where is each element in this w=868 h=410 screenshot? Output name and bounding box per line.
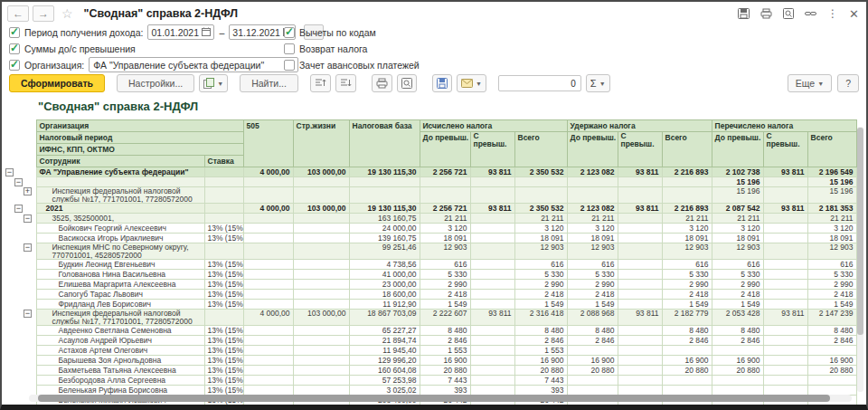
row-rate[interactable]: 13% (15%) xyxy=(204,356,243,366)
row-label[interactable]: Бахметьева Татьяна Алексеевна xyxy=(36,366,204,376)
value-cell[interactable]: 12 903 xyxy=(662,243,712,260)
table-row[interactable]: Будкин Леонид Евгеньевич13% (15%)4 738,5… xyxy=(4,260,856,270)
collapse-row-icon[interactable]: − xyxy=(24,243,32,252)
collapse-groups-button[interactable] xyxy=(310,74,331,92)
row-label[interactable]: Фридланд Лев Борисович xyxy=(36,300,204,310)
value-cell[interactable]: 4 000,00 xyxy=(243,204,293,214)
send-email-button[interactable]: ▼ xyxy=(457,74,486,92)
value-cell[interactable] xyxy=(618,366,662,376)
print-preview-button[interactable] xyxy=(397,74,417,92)
table-row[interactable]: Елишева Маргарита Алексеевна13% (15%)23 … xyxy=(4,280,856,290)
value-cell[interactable] xyxy=(470,270,514,280)
value-cell[interactable]: 5 330 xyxy=(807,270,856,280)
value-cell[interactable] xyxy=(618,234,662,243)
value-cell[interactable]: 15 196 xyxy=(712,177,763,187)
collapse-row-icon[interactable]: − xyxy=(24,215,32,223)
table-row[interactable]: −15 19615 196 xyxy=(4,177,856,187)
sums-checkbox[interactable] xyxy=(9,43,20,54)
value-cell[interactable]: 2 123 082 xyxy=(567,204,618,214)
value-cell[interactable]: 616 xyxy=(514,260,567,270)
value-cell[interactable] xyxy=(763,300,807,310)
value-cell[interactable]: 12 903 xyxy=(712,243,763,260)
horizontal-scrollbar[interactable] xyxy=(29,395,852,402)
expand-row-icon[interactable]: + xyxy=(24,187,32,195)
value-cell[interactable] xyxy=(243,224,293,234)
value-cell[interactable]: 21 211 xyxy=(712,214,763,224)
row-rate[interactable]: 13% (15%) xyxy=(204,260,243,270)
value-cell[interactable]: 24 000,00 xyxy=(349,224,420,234)
value-cell[interactable] xyxy=(293,336,349,346)
value-cell[interactable]: 2 350 532 xyxy=(514,167,567,177)
advance-checkbox[interactable] xyxy=(284,60,295,71)
value-cell[interactable] xyxy=(470,346,514,356)
value-cell[interactable]: 20 880 xyxy=(567,366,618,376)
table-row[interactable]: −ФА "Управление субъекта федерации"4 000… xyxy=(4,167,856,177)
value-cell[interactable]: 616 xyxy=(712,260,763,270)
value-cell[interactable]: 163 160,75 xyxy=(349,214,420,224)
save-button[interactable] xyxy=(432,74,452,92)
value-cell[interactable] xyxy=(470,214,514,224)
table-row[interactable]: −3525, 352500001,163 160,7521 21121 2112… xyxy=(4,214,856,224)
value-cell[interactable]: 3 120 xyxy=(567,224,618,234)
value-cell[interactable]: 2 222 607 xyxy=(420,310,470,326)
preview-icon[interactable] xyxy=(783,8,794,19)
value-cell[interactable]: 20 880 xyxy=(514,366,567,376)
table-row[interactable]: Сапогуб Тарас Львович13% (15%)18 600,002… xyxy=(4,290,856,300)
value-cell[interactable]: 21 211 xyxy=(514,214,567,224)
value-cell[interactable]: 3 120 xyxy=(712,224,763,234)
value-cell[interactable] xyxy=(470,177,514,187)
value-cell[interactable] xyxy=(470,336,514,346)
value-cell[interactable]: 2 846 xyxy=(567,336,618,346)
link-icon[interactable] xyxy=(805,8,816,19)
value-cell[interactable]: 2 846 xyxy=(514,336,567,346)
value-cell[interactable]: 2 846 xyxy=(420,336,470,346)
value-cell[interactable] xyxy=(763,346,807,356)
value-cell[interactable] xyxy=(470,376,514,386)
value-cell[interactable]: 18 600,00 xyxy=(349,290,420,300)
value-cell[interactable] xyxy=(712,376,763,386)
value-cell[interactable] xyxy=(567,386,618,396)
value-cell[interactable] xyxy=(293,300,349,310)
value-cell[interactable]: 129 996,20 xyxy=(349,356,420,366)
value-cell[interactable]: 2 216 893 xyxy=(662,167,712,177)
value-cell[interactable] xyxy=(293,386,349,396)
value-cell[interactable] xyxy=(618,346,662,356)
collapse-row-icon[interactable]: − xyxy=(14,178,23,186)
value-cell[interactable]: 1 549 xyxy=(567,300,618,310)
generate-button[interactable]: Сформировать xyxy=(9,74,105,92)
value-cell[interactable]: 15 196 xyxy=(807,177,856,187)
back-button[interactable]: ← xyxy=(7,5,29,22)
value-cell[interactable]: 93 811 xyxy=(470,204,514,214)
calendar-icon[interactable] xyxy=(202,27,211,38)
value-cell[interactable] xyxy=(567,177,618,187)
value-cell[interactable]: 2 182 779 xyxy=(662,310,712,326)
value-cell[interactable] xyxy=(618,270,662,280)
value-cell[interactable] xyxy=(763,234,807,243)
value-cell[interactable]: 16 900 xyxy=(662,356,712,366)
value-cell[interactable]: 12 903 xyxy=(514,243,567,260)
value-cell[interactable]: 20 880 xyxy=(712,366,763,376)
value-cell[interactable]: 19 130 115,30 xyxy=(349,167,420,177)
row-rate[interactable] xyxy=(204,167,243,177)
value-cell[interactable] xyxy=(293,260,349,270)
value-cell[interactable]: 93 811 xyxy=(618,310,662,326)
row-rate[interactable]: 13% (15%) xyxy=(204,386,243,396)
value-cell[interactable] xyxy=(243,326,293,336)
table-row[interactable]: −Инспекция МНС по Северному округу, 7707… xyxy=(4,243,856,260)
value-cell[interactable] xyxy=(763,243,807,260)
value-cell[interactable]: 393 xyxy=(514,386,567,396)
value-cell[interactable]: 18 091 xyxy=(662,234,712,243)
value-cell[interactable] xyxy=(470,366,514,376)
row-rate[interactable] xyxy=(204,243,243,260)
value-cell[interactable] xyxy=(470,280,514,290)
value-cell[interactable]: 2 418 xyxy=(514,290,567,300)
row-rate[interactable]: 13% (15%) xyxy=(204,280,243,290)
value-cell[interactable] xyxy=(662,386,712,396)
value-cell[interactable]: 2 990 xyxy=(514,280,567,290)
row-label[interactable]: Асаулов Андрей Юрьевич xyxy=(36,336,204,346)
organization-select[interactable]: ФА "Управление субъекта федерации" ▼ xyxy=(89,57,298,72)
value-cell[interactable]: 2 990 xyxy=(662,280,712,290)
value-cell[interactable]: 5 330 xyxy=(662,270,712,280)
value-cell[interactable] xyxy=(243,356,293,366)
value-cell[interactable] xyxy=(470,326,514,336)
